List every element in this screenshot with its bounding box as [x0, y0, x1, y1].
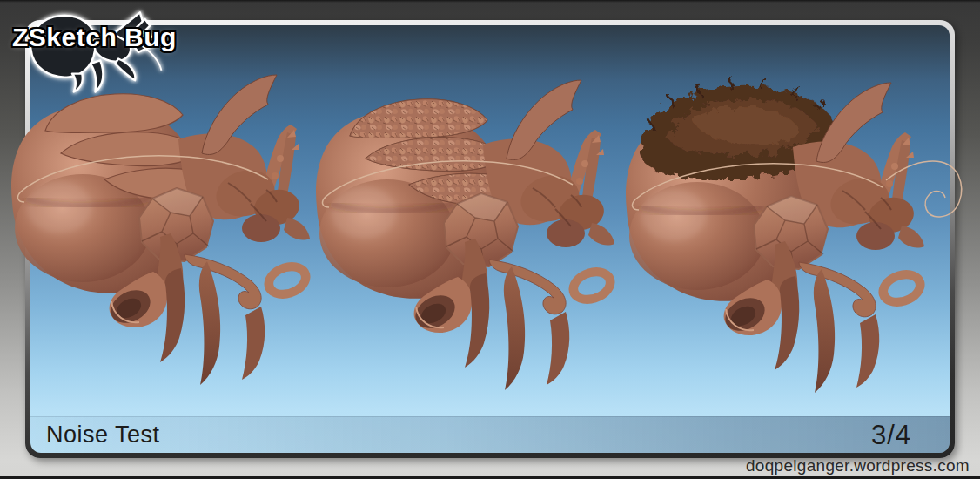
- bottom-edge-line: [0, 476, 980, 479]
- zsketch-bug-slide: { "logo": { "title": "ZSketch Bug", "ico…: [0, 0, 980, 479]
- bug-render-fur-fibers: [626, 78, 962, 393]
- bug-render-surface-noise: [316, 80, 615, 390]
- site-credit: doqpelganger.wordpress.com: [746, 456, 970, 476]
- logo-title: ZSketch Bug: [12, 23, 177, 52]
- logo: ZSketch Bug: [5, 0, 205, 100]
- bug-render-smooth: [11, 75, 311, 385]
